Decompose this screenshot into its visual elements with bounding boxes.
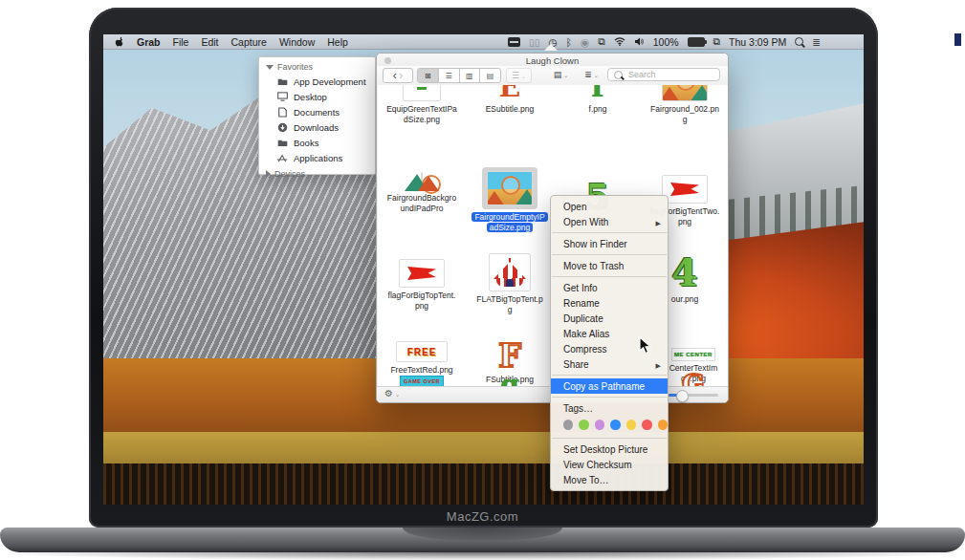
favorites-popover: Favorites App Development Desktop Docume… [258, 56, 376, 175]
menu-item-window[interactable]: Window [279, 36, 315, 48]
image-thumbnail [421, 172, 423, 190]
devices-header[interactable]: Devices [259, 165, 375, 179]
chevron-down-icon: ⌄ [594, 72, 599, 78]
tag-color-row [551, 416, 668, 435]
menu-item-help[interactable]: Help [327, 36, 348, 48]
sidebar-item-app-development[interactable]: App Development [259, 74, 375, 89]
search-field-container [607, 68, 720, 81]
sidebar-item-applications[interactable]: Applications [259, 150, 375, 165]
chevron-down-icon: ⌄ [521, 73, 526, 79]
watermark-text: MacZG.com [0, 509, 965, 524]
menu-item-capture[interactable]: Capture [231, 36, 267, 48]
sidebar-item-downloads[interactable]: Downloads [259, 119, 375, 135]
tag-green[interactable] [579, 420, 588, 430]
slider-knob[interactable] [676, 390, 689, 402]
wifi-icon[interactable] [614, 37, 625, 46]
airplay-display-icon[interactable]: ⧉ [598, 35, 605, 48]
screen: Grab File Edit Capture Window Help ▯▯ ◷ … [103, 34, 864, 505]
file-label: FreeTextRed.png [380, 365, 464, 376]
bluetooth-icon[interactable]: ᛒ [566, 36, 572, 48]
file-item[interactable]: f f.png [556, 85, 640, 115]
menu-item-file[interactable]: File [173, 36, 189, 48]
menu-item-copy-as-pathname[interactable]: Copy as Pathname [551, 378, 668, 394]
letter-icon: E [499, 85, 521, 101]
tag-purple[interactable] [595, 420, 604, 430]
letter-icon: F [498, 339, 521, 372]
back-button[interactable]: ‹ [393, 69, 397, 82]
search-input[interactable] [626, 69, 707, 80]
download-circle-icon [276, 122, 288, 133]
file-item[interactable]: FREE FreeTextRed.png [380, 341, 464, 376]
apple-menu-icon[interactable] [115, 35, 124, 48]
sidebar-item-documents[interactable]: Documents [259, 104, 375, 119]
menu-item-show-in-finder[interactable]: Show in Finder [551, 236, 668, 251]
menu-bar: Grab File Edit Capture Window Help ▯▯ ◷ … [103, 34, 864, 50]
menu-item-move-to[interactable]: Move To… [551, 472, 668, 487]
list-view-button[interactable]: ☰ [439, 69, 460, 82]
flag-icon [662, 175, 708, 204]
notification-center-icon[interactable]: ≣ [812, 36, 821, 48]
icon-size-slider[interactable] [669, 394, 718, 397]
menu-item-open-with[interactable]: Open With▶ [551, 214, 668, 229]
finder-popover-status-icon[interactable] [508, 37, 520, 47]
favorites-header[interactable]: Favorites [259, 57, 375, 74]
menu-item-get-info[interactable]: Get Info [551, 280, 668, 295]
file-item[interactable]: g [468, 372, 552, 387]
nav-buttons: ‹ › [383, 68, 413, 83]
menu-separator [552, 397, 667, 398]
quicklook-menu-button[interactable]: ▤⌄ [549, 68, 573, 81]
tag-red[interactable] [642, 420, 651, 430]
submenu-arrow-icon: ▶ [656, 217, 661, 229]
volume-icon[interactable] [634, 37, 645, 46]
gear-menu-button[interactable]: ⚙⌄ [384, 388, 400, 398]
menu-item-open[interactable]: Open [551, 199, 668, 214]
action-menu-button[interactable]: ≣⌄ [580, 68, 603, 81]
selected-icon-box [482, 167, 537, 209]
file-label: FLATBigTopTent.p g [468, 294, 552, 315]
window-title: Laugh Clown [377, 55, 728, 66]
file-item[interactable]: EquipGreenTextIPa dSize.png [380, 85, 464, 125]
file-item[interactable]: E ESubtitle.png [468, 85, 552, 115]
disclosure-right-icon [266, 170, 271, 178]
input-source-icon[interactable]: ⧉ [713, 35, 721, 48]
column-view-button[interactable]: ▥ [460, 69, 481, 82]
document-icon [276, 107, 288, 118]
menu-item-move-to-trash[interactable]: Move to Trash [551, 258, 668, 273]
file-item[interactable]: Fairground_002.pn g [643, 85, 727, 125]
chevron-down-icon: ⌄ [563, 72, 568, 78]
menu-clock[interactable]: Thu 3:09 PM [729, 36, 786, 48]
display-icon [276, 92, 288, 101]
free-text-icon: FREE [396, 341, 448, 362]
menu-item-set-desktop-picture[interactable]: Set Desktop Picture [551, 442, 668, 457]
menu-separator [552, 232, 667, 233]
file-item[interactable]: FairgroundBackgro undIPadPro [380, 173, 464, 214]
file-item[interactable]: flagForBigTopTent. png [380, 259, 464, 312]
file-item-selected[interactable]: FairgroundEmptyIP adSize.png [468, 167, 552, 233]
chevron-down-icon: ⌄ [395, 392, 400, 398]
siri-icon[interactable]: ◉ [581, 36, 589, 48]
menu-item-view-checksum[interactable]: View Checksum [551, 457, 668, 472]
tag-orange[interactable] [658, 420, 668, 430]
icon-view-button[interactable]: ⊞ [418, 69, 439, 82]
popover-arrow [544, 44, 558, 51]
menu-item-rename[interactable]: Rename [551, 295, 668, 311]
arrange-menu-button[interactable]: ☰⌄ [506, 68, 532, 83]
spotlight-search-icon[interactable] [795, 37, 803, 46]
menu-app-name[interactable]: Grab [137, 36, 161, 48]
tag-yellow[interactable] [626, 420, 636, 430]
battery-icon[interactable] [688, 37, 705, 47]
forward-button[interactable]: › [399, 69, 403, 82]
window-titlebar[interactable]: Laugh Clown [377, 54, 728, 67]
letter-icon: g [500, 372, 519, 387]
menu-item-duplicate[interactable]: Duplicate [551, 311, 668, 326]
sidebar-item-books[interactable]: Books [259, 135, 375, 150]
columns-status-icon[interactable]: ▯▯ [529, 36, 540, 48]
tag-blue[interactable] [610, 420, 620, 430]
menu-item-share[interactable]: Share▶ [551, 356, 668, 372]
tag-gray[interactable] [563, 420, 573, 430]
sidebar-item-desktop[interactable]: Desktop [259, 89, 375, 104]
coverflow-view-button[interactable]: ▤ [480, 69, 500, 82]
file-item[interactable]: FLATBigTopTent.p g [468, 253, 552, 315]
menu-item-edit[interactable]: Edit [201, 36, 218, 48]
menu-item-tags[interactable]: Tags… [551, 400, 668, 416]
